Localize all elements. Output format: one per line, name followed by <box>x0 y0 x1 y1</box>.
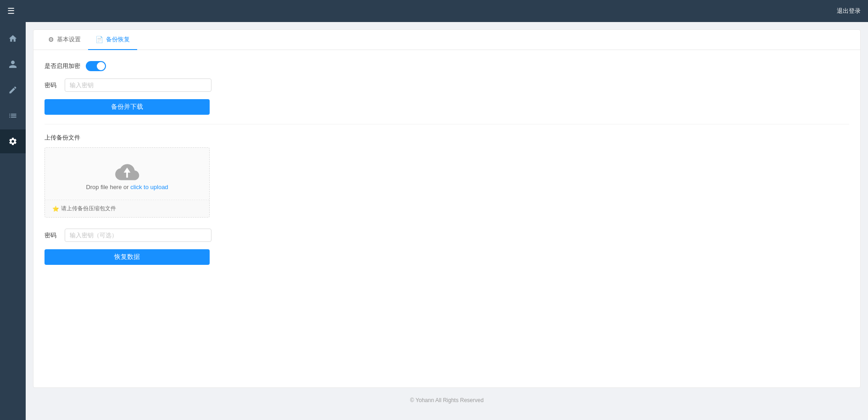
sidebar-item-home[interactable] <box>0 27 26 50</box>
card: ⚙ 基本设置 📄 备份恢复 是否启用加密 <box>33 29 861 388</box>
sidebar-item-user[interactable] <box>0 52 26 76</box>
sidebar <box>0 22 26 420</box>
footer: © Yohann All Rights Reserved <box>33 388 861 413</box>
restore-password-label: 密码 <box>45 231 59 240</box>
upload-hint-icon: ⭐ <box>52 206 59 212</box>
restore-password-input[interactable] <box>65 229 211 242</box>
upload-hint-text: 请上传备份压缩包文件 <box>61 205 116 213</box>
sidebar-item-settings[interactable] <box>0 129 26 153</box>
backup-download-button[interactable]: 备份并下载 <box>45 99 210 115</box>
tabs: ⚙ 基本设置 📄 备份恢复 <box>33 30 860 50</box>
cloud-upload-icon <box>114 162 140 184</box>
home-icon <box>8 34 17 43</box>
settings-tab-icon: ⚙ <box>48 36 54 43</box>
backup-tab-icon: 📄 <box>95 36 103 43</box>
menu-icon[interactable]: ☰ <box>7 6 15 16</box>
settings-icon <box>8 137 17 146</box>
password-row: 密码 <box>45 78 849 92</box>
list-icon <box>8 111 17 120</box>
encrypt-row: 是否启用加密 <box>45 61 849 71</box>
content-area: 是否启用加密 密码 备份并下载 <box>33 50 860 276</box>
tab-backup-restore[interactable]: 📄 备份恢复 <box>88 30 137 50</box>
upload-dropzone[interactable]: Drop file here or click to upload ⭐ 请上传备… <box>45 147 210 218</box>
upload-drop-text: Drop file here or <box>86 184 130 190</box>
upload-section-title: 上传备份文件 <box>45 134 849 142</box>
encrypt-toggle[interactable] <box>86 61 106 71</box>
sidebar-item-list[interactable] <box>0 104 26 128</box>
upload-hint: ⭐ 请上传备份压缩包文件 <box>45 200 209 217</box>
password-label: 密码 <box>45 81 59 90</box>
main-content: ⚙ 基本设置 📄 备份恢复 是否启用加密 <box>26 22 868 420</box>
tab-basic-settings[interactable]: ⚙ 基本设置 <box>41 30 88 50</box>
edit-icon <box>8 85 17 95</box>
password-input[interactable] <box>65 78 211 92</box>
sidebar-item-edit[interactable] <box>0 78 26 102</box>
layout: ⚙ 基本设置 📄 备份恢复 是否启用加密 <box>0 22 868 420</box>
toggle-thumb <box>97 62 105 70</box>
upload-click-link[interactable]: click to upload <box>130 184 168 190</box>
upload-section: 上传备份文件 Drop file here or click to upload <box>45 134 849 218</box>
restore-button[interactable]: 恢复数据 <box>45 249 210 265</box>
topbar: ☰ 退出登录 <box>0 0 868 22</box>
footer-text: © Yohann All Rights Reserved <box>410 397 484 403</box>
tab-backup-label: 备份恢复 <box>106 35 130 44</box>
section-divider <box>45 124 849 124</box>
logout-button[interactable]: 退出登录 <box>837 7 861 15</box>
upload-text: Drop file here or click to upload <box>86 184 168 190</box>
toggle-track <box>86 61 106 71</box>
user-icon <box>8 60 17 69</box>
restore-password-row: 密码 <box>45 229 849 242</box>
upload-inner: Drop file here or click to upload <box>45 148 209 200</box>
tab-basic-label: 基本设置 <box>57 35 81 44</box>
encrypt-label: 是否启用加密 <box>45 62 80 70</box>
